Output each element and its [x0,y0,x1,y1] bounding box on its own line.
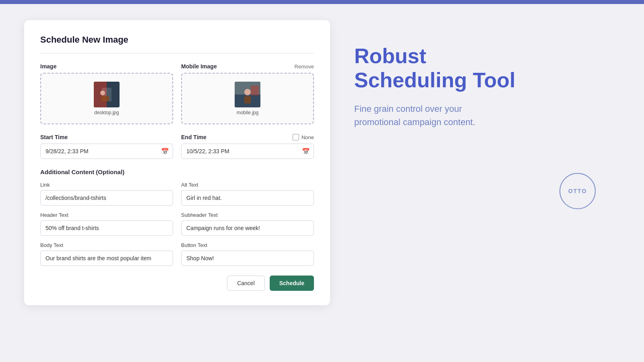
mobile-image-col: Mobile Image Remove mobile.jpg [181,63,314,124]
promo-subtext-line2: promotional campaign content. [354,117,475,127]
mobile-image-label: Mobile Image [181,63,217,70]
start-time-label: Start Time [40,134,68,140]
start-calendar-icon[interactable]: 📅 [161,148,169,155]
mobile-filename: mobile.jpg [237,110,259,115]
subheader-text-field-group: Subheader Text Campaign runs for one wee… [181,212,314,236]
mobile-image-upload[interactable]: mobile.jpg [181,73,314,124]
alt-text-field-group: Alt Text Girl in red hat. [181,182,314,206]
header-text-label: Header Text [40,212,173,218]
svg-rect-8 [244,96,251,103]
svg-point-7 [244,89,251,95]
none-label: None [301,134,314,140]
link-field-group: Link /collections/brand-tshirts [40,182,173,206]
none-checkbox[interactable] [293,134,299,140]
otto-badge: OTTO [559,173,596,209]
svg-point-3 [100,90,105,95]
alt-text-label: Alt Text [181,182,314,188]
mobile-thumbnail [235,82,260,107]
modal-title: Schedule New Image [40,35,314,45]
right-panel: Robust Scheduling Tool Fine grain contro… [354,20,620,129]
top-bar [0,0,644,4]
end-calendar-icon[interactable]: 📅 [302,148,310,155]
end-time-input[interactable]: 10/5/22, 2:33 PM [181,144,314,159]
actions-row: Cancel Schedule [40,276,314,291]
svg-rect-4 [101,96,109,101]
additional-content-section: Additional Content (Optional) Link /coll… [40,169,314,266]
button-text-field-group: Button Text Shop Now! [181,242,314,266]
start-time-input-wrapper: 9/28/22, 2:33 PM 📅 [40,144,173,159]
additional-content-header: Additional Content (Optional) [40,169,314,175]
header-text-input[interactable]: 50% off brand t-shirts [40,220,173,236]
end-time-label: End Time [181,134,206,140]
promo-heading-line2: Scheduling Tool [354,68,516,92]
desktop-image-col: Image desktop.jpg [40,63,173,124]
subheader-text-label: Subheader Text [181,212,314,218]
schedule-button[interactable]: Schedule [270,276,314,291]
schedule-modal: Schedule New Image Image [24,20,330,305]
header-text-field-group: Header Text 50% off brand t-shirts [40,212,173,236]
desktop-image-label: Image [40,63,56,70]
desktop-image-upload[interactable]: desktop.jpg [40,73,173,124]
link-label: Link [40,182,173,188]
promo-heading: Robust Scheduling Tool [354,44,620,93]
body-text-field-group: Body Text Our brand shirts are the most … [40,242,173,266]
start-time-col: Start Time 9/28/22, 2:33 PM 📅 [40,134,173,159]
start-time-input[interactable]: 9/28/22, 2:33 PM [40,144,173,159]
promo-subtext-line1: Fine grain control over your [354,104,462,114]
otto-badge-label: OTTO [568,188,587,194]
promo-subtext: Fine grain control over your promotional… [354,102,620,129]
promo-heading-line1: Robust [354,44,426,68]
subheader-text-input[interactable]: Campaign runs for one week! [181,220,314,236]
remove-link[interactable]: Remove [295,64,314,70]
svg-rect-9 [251,86,259,95]
main-content: Schedule New Image Image [0,4,644,362]
button-text-input[interactable]: Shop Now! [181,251,314,266]
desktop-filename: desktop.jpg [94,110,119,115]
link-input[interactable]: /collections/brand-tshirts [40,190,173,206]
body-text-label: Body Text [40,242,173,248]
fields-grid: Link /collections/brand-tshirts Alt Text… [40,182,314,266]
end-time-col: End Time None 10/5/22, 2:33 PM 📅 [181,134,314,159]
cancel-button[interactable]: Cancel [227,276,265,291]
image-upload-row: Image desktop.jpg [40,63,314,124]
end-time-input-wrapper: 10/5/22, 2:33 PM 📅 [181,144,314,159]
button-text-label: Button Text [181,242,314,248]
time-row: Start Time 9/28/22, 2:33 PM 📅 End Time N… [40,134,314,159]
divider [40,53,314,53]
alt-text-input[interactable]: Girl in red hat. [181,190,314,206]
body-text-input[interactable]: Our brand shirts are the most popular it… [40,251,173,266]
desktop-thumbnail [94,82,120,107]
